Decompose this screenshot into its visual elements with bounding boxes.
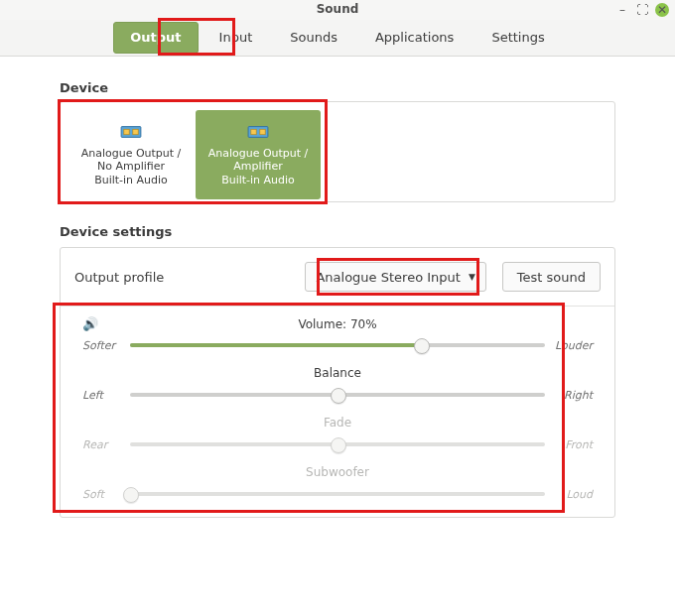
output-profile-label: Output profile [74,270,305,285]
maximize-icon[interactable]: ⛶ [635,3,649,17]
balance-label: Balance [82,366,593,380]
output-profile-value: Analogue Stereo Input [316,270,460,285]
fade-label: Fade [82,416,593,430]
volume-left-label: Softer [82,339,122,352]
tab-sounds[interactable]: Sounds [273,22,354,54]
close-icon[interactable]: ✕ [655,3,669,17]
subwoofer-slider [130,485,545,503]
svg-rect-4 [251,130,256,135]
volume-slider[interactable] [130,336,545,354]
balance-right-label: Right [553,389,593,402]
test-sound-button[interactable]: Test sound [502,262,601,292]
subwoofer-left-label: Soft [82,488,122,501]
volume-right-label: Louder [553,339,593,352]
titlebar: Sound – ⛶ ✕ [0,0,675,20]
tabbar: Output Input Sounds Applications Setting… [0,20,675,56]
svg-rect-1 [124,130,129,135]
audio-card-icon [247,123,269,141]
tab-output[interactable]: Output [113,22,198,54]
fade-right-label: Front [553,438,593,451]
tab-applications[interactable]: Applications [358,22,471,54]
device-card-line2: Amplifier [233,160,283,173]
balance-slider[interactable] [130,386,545,404]
audio-card-icon [120,123,142,141]
device-card-output-amp[interactable]: Analogue Output / Amplifier Built-in Aud… [196,110,321,199]
volume-label: Volume: 70% [298,317,376,331]
minimize-icon[interactable]: – [615,3,629,17]
output-profile-dropdown[interactable]: Analogue Stereo Input ▼ [305,262,485,292]
device-card-line3: Built-in Audio [94,174,168,186]
tab-settings[interactable]: Settings [474,22,561,54]
svg-rect-5 [260,130,265,135]
device-card-line1: Analogue Output / [81,147,182,160]
volume-icon: 🔊 [82,316,98,331]
subwoofer-label: Subwoofer [82,465,593,479]
device-card-line1: Analogue Output / [208,147,309,160]
chevron-down-icon: ▼ [469,272,475,282]
device-settings-section-title: Device settings [60,224,615,239]
subwoofer-right-label: Loud [553,488,593,501]
device-settings-panel: Output profile Analogue Stereo Input ▼ T… [60,247,615,518]
device-card-line3: Built-in Audio [221,174,295,186]
device-panel: Analogue Output / No Amplifier Built-in … [60,101,615,202]
window-title: Sound [0,2,675,16]
device-section-title: Device [60,80,615,95]
balance-left-label: Left [82,389,122,402]
device-card-line2: No Amplifier [97,160,165,173]
fade-left-label: Rear [82,438,122,451]
svg-rect-2 [133,130,138,135]
tab-input[interactable]: Input [202,22,270,54]
fade-slider [130,435,545,453]
device-card-output-noamp[interactable]: Analogue Output / No Amplifier Built-in … [68,110,194,199]
